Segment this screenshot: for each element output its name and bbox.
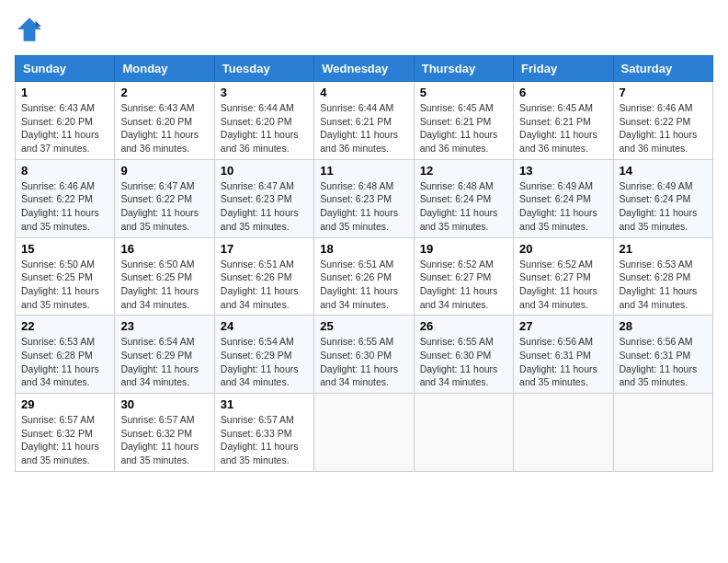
day-info: Sunrise: 6:57 AM Sunset: 6:33 PM Dayligh… bbox=[221, 413, 308, 467]
calendar-cell: 24 Sunrise: 6:54 AM Sunset: 6:29 PM Dayl… bbox=[214, 316, 313, 394]
day-number: 23 bbox=[120, 319, 208, 333]
calendar-cell: 17 Sunrise: 6:51 AM Sunset: 6:26 PM Dayl… bbox=[214, 237, 313, 316]
day-info: Sunrise: 6:50 AM Sunset: 6:25 PM Dayligh… bbox=[21, 258, 108, 312]
day-info: Sunrise: 6:47 AM Sunset: 6:23 PM Dayligh… bbox=[221, 179, 308, 234]
calendar-cell bbox=[613, 394, 712, 472]
day-info: Sunrise: 6:46 AM Sunset: 6:22 PM Dayligh… bbox=[21, 179, 108, 234]
day-number: 21 bbox=[620, 242, 707, 256]
day-number: 8 bbox=[21, 164, 108, 178]
calendar-cell: 10 Sunrise: 6:47 AM Sunset: 6:23 PM Dayl… bbox=[214, 159, 313, 237]
header-monday: Monday bbox=[115, 56, 214, 82]
calendar-week-3: 15 Sunrise: 6:50 AM Sunset: 6:25 PM Dayl… bbox=[16, 237, 713, 316]
day-info: Sunrise: 6:56 AM Sunset: 6:31 PM Dayligh… bbox=[620, 335, 707, 389]
day-number: 25 bbox=[320, 319, 407, 333]
calendar-cell: 6 Sunrise: 6:45 AM Sunset: 6:21 PM Dayli… bbox=[514, 82, 613, 160]
calendar-cell: 28 Sunrise: 6:56 AM Sunset: 6:31 PM Dayl… bbox=[613, 316, 712, 394]
calendar-cell: 30 Sunrise: 6:57 AM Sunset: 6:32 PM Dayl… bbox=[115, 394, 214, 472]
calendar-cell: 15 Sunrise: 6:50 AM Sunset: 6:25 PM Dayl… bbox=[16, 237, 115, 316]
day-info: Sunrise: 6:45 AM Sunset: 6:21 PM Dayligh… bbox=[519, 101, 607, 155]
calendar-cell bbox=[514, 394, 613, 472]
calendar-cell: 9 Sunrise: 6:47 AM Sunset: 6:22 PM Dayli… bbox=[115, 159, 214, 237]
day-info: Sunrise: 6:48 AM Sunset: 6:23 PM Dayligh… bbox=[320, 179, 407, 234]
calendar-cell bbox=[314, 394, 414, 472]
day-number: 7 bbox=[620, 86, 707, 99]
day-number: 13 bbox=[519, 164, 607, 178]
day-number: 9 bbox=[120, 164, 208, 178]
day-number: 10 bbox=[221, 164, 308, 178]
day-number: 29 bbox=[21, 397, 108, 411]
day-info: Sunrise: 6:52 AM Sunset: 6:27 PM Dayligh… bbox=[519, 258, 607, 312]
calendar-cell: 29 Sunrise: 6:57 AM Sunset: 6:32 PM Dayl… bbox=[16, 394, 115, 472]
day-info: Sunrise: 6:57 AM Sunset: 6:32 PM Dayligh… bbox=[21, 413, 108, 467]
header-tuesday: Tuesday bbox=[214, 56, 313, 82]
day-info: Sunrise: 6:55 AM Sunset: 6:30 PM Dayligh… bbox=[420, 335, 507, 389]
day-info: Sunrise: 6:50 AM Sunset: 6:25 PM Dayligh… bbox=[120, 258, 208, 312]
calendar-cell: 5 Sunrise: 6:45 AM Sunset: 6:21 PM Dayli… bbox=[414, 82, 513, 160]
header-wednesday: Wednesday bbox=[314, 56, 414, 82]
day-info: Sunrise: 6:52 AM Sunset: 6:27 PM Dayligh… bbox=[420, 258, 507, 312]
logo bbox=[15, 15, 48, 44]
day-number: 18 bbox=[320, 242, 407, 256]
day-info: Sunrise: 6:55 AM Sunset: 6:30 PM Dayligh… bbox=[320, 335, 407, 389]
calendar-table: SundayMondayTuesdayWednesdayThursdayFrid… bbox=[15, 55, 713, 472]
calendar-week-2: 8 Sunrise: 6:46 AM Sunset: 6:22 PM Dayli… bbox=[16, 159, 713, 237]
day-info: Sunrise: 6:43 AM Sunset: 6:20 PM Dayligh… bbox=[120, 101, 208, 155]
day-number: 31 bbox=[221, 397, 308, 411]
calendar-cell: 11 Sunrise: 6:48 AM Sunset: 6:23 PM Dayl… bbox=[314, 159, 414, 237]
calendar-week-4: 22 Sunrise: 6:53 AM Sunset: 6:28 PM Dayl… bbox=[16, 316, 713, 394]
day-info: Sunrise: 6:57 AM Sunset: 6:32 PM Dayligh… bbox=[120, 413, 208, 467]
svg-marker-0 bbox=[17, 17, 41, 41]
day-number: 1 bbox=[21, 86, 108, 99]
calendar-cell: 4 Sunrise: 6:44 AM Sunset: 6:21 PM Dayli… bbox=[314, 82, 414, 160]
day-number: 12 bbox=[420, 164, 507, 178]
day-info: Sunrise: 6:44 AM Sunset: 6:21 PM Dayligh… bbox=[320, 101, 407, 155]
calendar-cell: 21 Sunrise: 6:53 AM Sunset: 6:28 PM Dayl… bbox=[613, 237, 712, 316]
day-info: Sunrise: 6:46 AM Sunset: 6:22 PM Dayligh… bbox=[620, 101, 707, 155]
calendar-cell: 23 Sunrise: 6:54 AM Sunset: 6:29 PM Dayl… bbox=[115, 316, 214, 394]
header-sunday: Sunday bbox=[16, 56, 115, 82]
day-number: 19 bbox=[420, 242, 507, 256]
day-info: Sunrise: 6:54 AM Sunset: 6:29 PM Dayligh… bbox=[221, 335, 308, 389]
day-number: 20 bbox=[519, 242, 607, 256]
svg-marker-1 bbox=[35, 20, 40, 26]
day-number: 27 bbox=[519, 319, 607, 333]
day-number: 30 bbox=[120, 397, 208, 411]
day-number: 5 bbox=[420, 86, 507, 99]
day-number: 14 bbox=[620, 164, 707, 178]
header-friday: Friday bbox=[514, 56, 613, 82]
day-number: 2 bbox=[120, 86, 208, 99]
calendar-cell: 8 Sunrise: 6:46 AM Sunset: 6:22 PM Dayli… bbox=[16, 159, 115, 237]
calendar-cell: 14 Sunrise: 6:49 AM Sunset: 6:24 PM Dayl… bbox=[613, 159, 712, 237]
day-number: 28 bbox=[620, 319, 707, 333]
header-saturday: Saturday bbox=[613, 56, 712, 82]
calendar-cell: 2 Sunrise: 6:43 AM Sunset: 6:20 PM Dayli… bbox=[115, 82, 214, 160]
day-number: 4 bbox=[320, 86, 407, 99]
calendar-cell: 18 Sunrise: 6:51 AM Sunset: 6:26 PM Dayl… bbox=[314, 237, 414, 316]
calendar-cell: 31 Sunrise: 6:57 AM Sunset: 6:33 PM Dayl… bbox=[214, 394, 313, 472]
calendar-cell: 25 Sunrise: 6:55 AM Sunset: 6:30 PM Dayl… bbox=[314, 316, 414, 394]
day-info: Sunrise: 6:43 AM Sunset: 6:20 PM Dayligh… bbox=[21, 101, 108, 155]
calendar-week-5: 29 Sunrise: 6:57 AM Sunset: 6:32 PM Dayl… bbox=[16, 394, 713, 472]
day-number: 15 bbox=[21, 242, 108, 256]
calendar-cell: 20 Sunrise: 6:52 AM Sunset: 6:27 PM Dayl… bbox=[514, 237, 613, 316]
calendar-cell: 26 Sunrise: 6:55 AM Sunset: 6:30 PM Dayl… bbox=[414, 316, 513, 394]
day-info: Sunrise: 6:49 AM Sunset: 6:24 PM Dayligh… bbox=[620, 179, 707, 234]
day-number: 6 bbox=[519, 86, 607, 99]
calendar-cell: 3 Sunrise: 6:44 AM Sunset: 6:20 PM Dayli… bbox=[214, 82, 313, 160]
calendar-cell: 19 Sunrise: 6:52 AM Sunset: 6:27 PM Dayl… bbox=[414, 237, 513, 316]
day-info: Sunrise: 6:53 AM Sunset: 6:28 PM Dayligh… bbox=[21, 335, 108, 389]
day-number: 22 bbox=[21, 319, 108, 333]
calendar-cell: 1 Sunrise: 6:43 AM Sunset: 6:20 PM Dayli… bbox=[16, 82, 115, 160]
calendar-cell: 22 Sunrise: 6:53 AM Sunset: 6:28 PM Dayl… bbox=[16, 316, 115, 394]
calendar-cell: 16 Sunrise: 6:50 AM Sunset: 6:25 PM Dayl… bbox=[115, 237, 214, 316]
day-number: 3 bbox=[221, 86, 308, 99]
calendar-cell bbox=[414, 394, 513, 472]
calendar-cell: 13 Sunrise: 6:49 AM Sunset: 6:24 PM Dayl… bbox=[514, 159, 613, 237]
logo-icon bbox=[15, 15, 44, 44]
day-info: Sunrise: 6:54 AM Sunset: 6:29 PM Dayligh… bbox=[120, 335, 208, 389]
day-info: Sunrise: 6:49 AM Sunset: 6:24 PM Dayligh… bbox=[519, 179, 607, 234]
day-info: Sunrise: 6:47 AM Sunset: 6:22 PM Dayligh… bbox=[120, 179, 208, 234]
header-thursday: Thursday bbox=[414, 56, 513, 82]
day-info: Sunrise: 6:45 AM Sunset: 6:21 PM Dayligh… bbox=[420, 101, 507, 155]
day-info: Sunrise: 6:44 AM Sunset: 6:20 PM Dayligh… bbox=[221, 101, 308, 155]
